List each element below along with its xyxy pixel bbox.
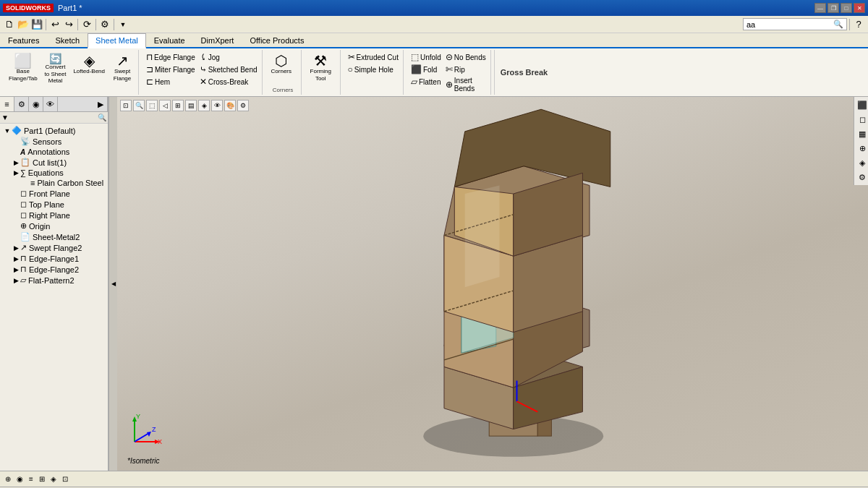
svg-text:Y: Y [136,413,140,420]
rip-button[interactable]: ✄ Rip [444,64,488,75]
fold-button[interactable]: ⬛ Fold [409,64,443,75]
expand-panel-btn[interactable]: ▶ [93,97,108,111]
forming-tool-button[interactable]: ⚒ FormingTool [307,51,334,84]
standard-views-btn[interactable]: ⊞ [172,100,184,111]
zoom-in-btn[interactable]: 🔍 [133,100,145,111]
tab-features[interactable]: Features [0,33,47,47]
tree-right-plane[interactable]: ◻ Right Plane [1,210,106,221]
ribbon-content: ⬜ BaseFlange/Tab 🔄 Convertto SheetMetal … [0,48,868,97]
bt-5[interactable]: ◈ [48,474,59,485]
tree-cut-list[interactable]: ▶ 📋 Cut list(1) [1,157,106,168]
no-bends-button[interactable]: ⊝ No Bends [444,51,488,63]
feature-tree-panel: ≡ ⚙ ◉ 👁 ▶ ▼ 🔍 ▼ 🔷 Part1 (Default) 📡 Sens… [0,97,109,471]
lofted-bend-button[interactable]: ◈ Lofted-Bend [70,51,108,77]
edge-flange-button[interactable]: ⊓ Edge Flange [145,51,197,63]
edit-appear-btn[interactable]: 🎨 [224,100,236,111]
tab-office-products[interactable]: Office Products [242,33,312,47]
display-style-btn[interactable]: ◈ [198,100,210,111]
hide-show-btn[interactable]: 👁 [211,100,223,111]
close-button[interactable]: ✕ [854,3,865,13]
feature-tree-tab[interactable]: ≡ [0,97,14,111]
save-icon[interactable]: 💾 [30,18,43,31]
hem-button[interactable]: ⊏ Hem [145,76,197,87]
convert-sheet-metal-button[interactable]: 🔄 Convertto SheetMetal [42,51,69,87]
config-tab[interactable]: ◉ [29,97,43,111]
view-settings-btn[interactable]: ⚙ [237,100,249,111]
view-label: *Isometric [127,457,159,465]
maximize-button[interactable]: □ [841,3,852,13]
tree-equations[interactable]: ▶ ∑ Equations [1,168,106,178]
base-flange-button[interactable]: ⬜ BaseFlange/Tab [6,51,41,84]
tab-evaluate[interactable]: Evaluate [146,33,193,47]
bt-3[interactable]: ≡ [27,474,35,485]
separator-1 [46,19,46,30]
search-tree-icon[interactable]: 🔍 [98,114,106,121]
right-tb-5[interactable]: ◈ [856,156,868,169]
help-icon[interactable]: ? [852,18,865,31]
jog-button[interactable]: ⤹ Jog [198,51,259,63]
corners-button[interactable]: ⬡ Corners [268,51,294,77]
tree-swept-flange2[interactable]: ▶ ↗ Swept Flange2 [1,242,106,253]
insert-bends-button[interactable]: ⊕ InsertBends [444,76,488,93]
separator-3 [95,19,96,30]
tab-sheet-metal[interactable]: Sheet Metal [88,33,146,48]
tree-root[interactable]: ▼ 🔷 Part1 (Default) [1,125,106,136]
axis-svg: Y X Z [127,413,163,449]
extruded-cut-button[interactable]: ✂ Extruded Cut [346,51,400,63]
right-tb-2[interactable]: ◻ [856,113,868,126]
bt-1[interactable]: ⊕ [3,474,13,485]
bt-2[interactable]: ◉ [14,474,25,485]
right-tb-3[interactable]: ▦ [856,127,868,140]
zoom-to-fit-btn[interactable]: ⊡ [120,100,132,111]
3d-viewport[interactable]: ⊡ 🔍 ⬚ ◁ ⊞ ▤ ◈ 👁 🎨 ⚙ [117,97,868,471]
tree-origin[interactable]: ⊕ Origin [1,221,106,231]
redo-icon[interactable]: ↪ [62,18,75,31]
search-input[interactable] [746,20,833,29]
gross-break-label: Gross Break [501,68,548,77]
rebuild-icon[interactable]: ⟳ [80,18,93,31]
undo-icon[interactable]: ↩ [48,18,61,31]
tree-filter-row: ▼ 🔍 [0,112,108,124]
previous-view-btn[interactable]: ◁ [159,100,171,111]
sketched-bend-button[interactable]: ⤷ Sketched Bend [198,64,259,75]
axis-indicator: Y X Z [127,413,163,450]
simple-hole-button[interactable]: ○ Simple Hole [346,64,400,75]
minimize-button[interactable]: — [814,3,826,13]
unfold-button[interactable]: ⬚ Unfold [409,51,443,63]
cross-break-button[interactable]: ✕ Cross-Break [198,76,259,87]
tree-top-plane[interactable]: ◻ Top Plane [1,199,106,210]
right-tb-1[interactable]: ⬛ [856,98,868,111]
swept-flange-button[interactable]: ↗ SweptFlange [109,51,135,84]
display-tab[interactable]: 👁 [43,97,58,111]
search-box[interactable]: 🔍 [743,18,847,30]
right-tb-6[interactable]: ⚙ [856,171,868,184]
view-orient-btn[interactable]: ▤ [185,100,197,111]
bt-4[interactable]: ⊞ [37,474,47,485]
arrow-down-icon[interactable]: ▼ [116,18,129,31]
tree-sheet-metal2[interactable]: 📄 Sheet-Metal2 [1,231,106,242]
restore-button[interactable]: ❐ [827,3,839,13]
properties-tab[interactable]: ⚙ [14,97,29,111]
zoom-area-btn[interactable]: ⬚ [146,100,158,111]
right-tb-4[interactable]: ⊕ [856,142,868,155]
title-bar-title: Part1 * [58,4,82,12]
tab-dimxpert[interactable]: DimXpert [193,33,242,47]
tree-material[interactable]: ≡ Plain Carbon Steel [1,178,106,188]
panel-collapse-btn[interactable]: ◀ [109,97,117,471]
flatten-button[interactable]: ▱ Flatten [409,76,443,87]
new-icon[interactable]: 🗋 [3,18,16,31]
bt-6[interactable]: ⊡ [60,474,70,485]
gross-break-section: Gross Break [494,50,553,95]
tree-front-plane[interactable]: ◻ Front Plane [1,188,106,199]
search-icon[interactable]: 🔍 [833,20,843,29]
miter-flange-button[interactable]: ⊐ Miter Flange [145,64,197,75]
ribbon-group-corners: ⬡ Corners Corners [265,50,302,95]
tree-annotations[interactable]: A Annotations [1,147,106,157]
options-icon[interactable]: ⚙ [98,18,111,31]
tree-sensors[interactable]: 📡 Sensors [1,136,106,147]
tree-edge-flange2[interactable]: ▶ ⊓ Edge-Flange2 [1,264,106,275]
open-icon[interactable]: 📂 [17,18,30,31]
tree-flat-pattern2[interactable]: ▶ ▱ Flat-Pattern2 [1,275,106,286]
tab-sketch[interactable]: Sketch [47,33,88,47]
tree-edge-flange1[interactable]: ▶ ⊓ Edge-Flange1 [1,253,106,264]
